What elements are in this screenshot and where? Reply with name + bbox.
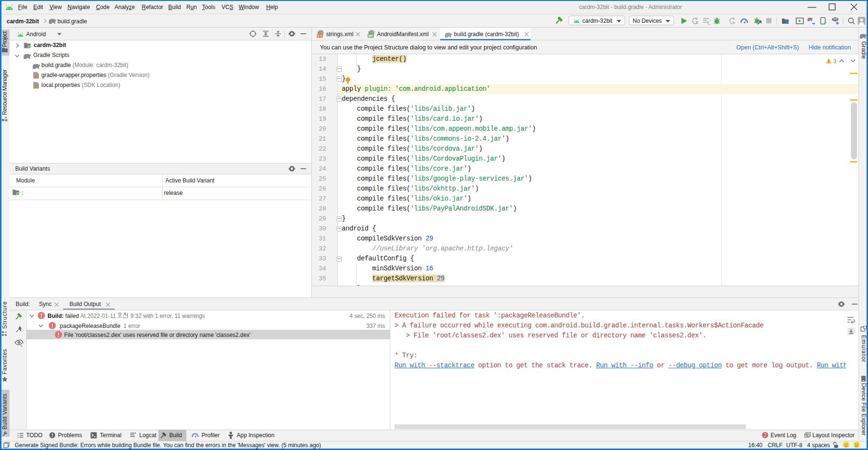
svg-text:A: A xyxy=(695,20,698,25)
svg-text:MF: MF xyxy=(368,34,374,38)
